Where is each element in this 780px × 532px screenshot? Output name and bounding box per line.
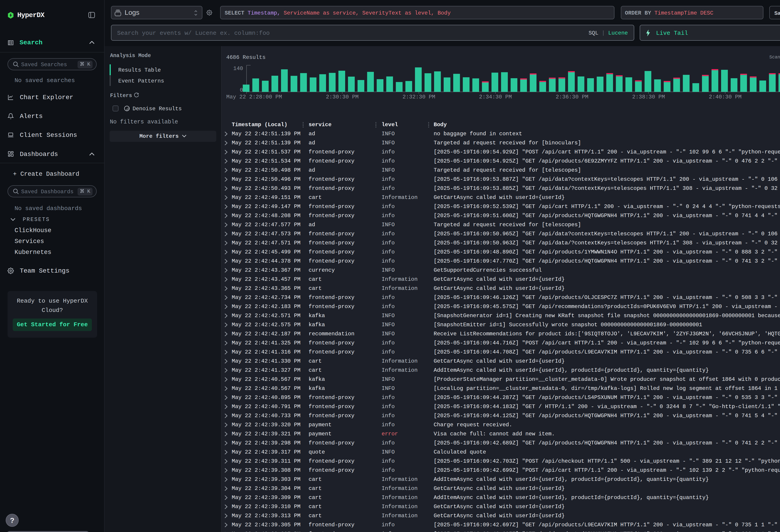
svg-text:2:38:30 PM: 2:38:30 PM [632, 94, 665, 100]
svg-text:2:34:30 PM: 2:34:30 PM [479, 94, 512, 100]
svg-text:May 22 2:28:00 PM: May 22 2:28:00 PM [226, 94, 282, 100]
svg-text:2:32:30 PM: 2:32:30 PM [402, 94, 435, 100]
svg-text:140: 140 [233, 65, 243, 71]
svg-text:2:36:30 PM: 2:36:30 PM [555, 94, 588, 100]
svg-text:2:40:30 PM: 2:40:30 PM [709, 94, 741, 100]
svg-text:2:30:30 PM: 2:30:30 PM [326, 94, 358, 100]
svg-text:0: 0 [240, 87, 243, 93]
